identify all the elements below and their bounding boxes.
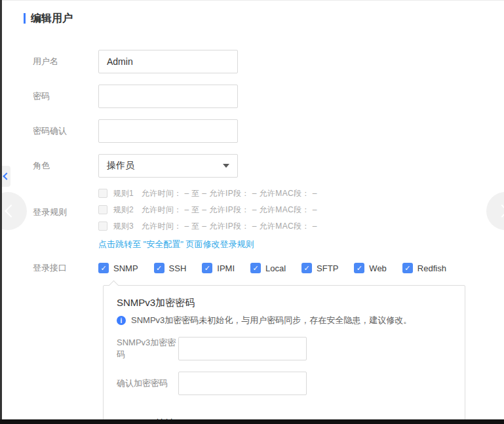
check-icon: ✓ (252, 265, 258, 272)
chevron-right-icon (495, 204, 504, 218)
snmpv3-notice-text: SNMPv3加密密码未初始化，与用户密码同步，存在安全隐患，建议修改。 (131, 315, 412, 326)
checkbox-checked-icon: ✓ (354, 263, 364, 273)
login-rules-list: 规则1 允许时间： – 至 – 允许IP段： – 允许MAC段： – 规则2 允… (98, 189, 317, 250)
role-label: 角色 (33, 160, 98, 172)
rule3-detail: 允许时间： – 至 – 允许IP段： – 允许MAC段： – (142, 222, 317, 231)
form-row-snmpv3-password: SNMPv3加密密码 (117, 337, 452, 360)
bottom-window-edge (0, 419, 504, 424)
login-rule-row-1: 规则1 允许时间： – 至 – 允许IP段： – 允许MAC段： – (98, 189, 317, 198)
info-icon: i (117, 316, 126, 325)
form-row-login-interfaces: 登录接口 ✓ SNMP ✓ SSH ✓ IPMI ✓ Local (33, 262, 504, 274)
snmpv3-password-confirm-label: 确认加密密码 (117, 377, 178, 389)
snmpv3-notice: i SNMPv3加密密码未初始化，与用户密码同步，存在安全隐患，建议修改。 (117, 315, 452, 326)
collapsed-sidebar-edge (0, 0, 2, 424)
page-header: 编辑用户 (24, 11, 504, 26)
rule1-detail: 允许时间： – 至 – 允许IP段： – 允许MAC段： – (142, 189, 317, 198)
interface-checkbox-local[interactable]: ✓ Local (250, 263, 286, 273)
username-input[interactable] (98, 50, 238, 73)
interface-checkbox-redfish[interactable]: ✓ Redfish (402, 263, 446, 273)
interface-label: SFTP (317, 263, 338, 273)
role-select[interactable]: 操作员 (98, 154, 238, 178)
sidebar-collapse-button[interactable] (2, 166, 10, 187)
form-row-login-rules: 登录规则 规则1 允许时间： – 至 – 允许IP段： – 允许MAC段： – … (33, 189, 504, 250)
check-icon: ✓ (156, 265, 162, 272)
interface-label: Redfish (417, 263, 446, 273)
interface-label: IPMI (217, 263, 235, 273)
interface-label: SSH (169, 263, 187, 273)
snmpv3-password-panel: SNMPv3加密密码 i SNMPv3加密密码未初始化，与用户密码同步，存在安全… (103, 285, 465, 424)
caret-down-icon (223, 164, 229, 168)
check-icon: ✓ (204, 265, 210, 272)
rule2-detail: 允许时间： – 至 – 允许IP段： – 允许MAC段： – (142, 205, 317, 214)
snmpv3-password-input[interactable] (178, 337, 307, 360)
login-interfaces-list: ✓ SNMP ✓ SSH ✓ IPMI ✓ Local ✓ SFTP (98, 263, 446, 273)
check-icon: ✓ (100, 265, 106, 272)
interface-checkbox-sftp[interactable]: ✓ SFTP (301, 263, 338, 273)
checkbox-checked-icon: ✓ (402, 263, 413, 273)
rule1-name: 规则1 (113, 189, 134, 198)
rule2-checkbox-unchecked[interactable] (98, 205, 107, 214)
title-accent-bar (24, 13, 26, 24)
interface-checkbox-snmp[interactable]: ✓ SNMP (98, 263, 138, 273)
checkbox-checked-icon: ✓ (154, 263, 165, 273)
checkbox-checked-icon: ✓ (250, 263, 261, 273)
interface-checkbox-ipmi[interactable]: ✓ IPMI (202, 263, 235, 273)
main-content: 编辑用户 用户名 密码 密码确认 角色 操作员 登录规则 (0, 0, 504, 424)
rule1-checkbox-unchecked[interactable] (98, 189, 107, 198)
role-select-value: 操作员 (107, 160, 134, 172)
snmpv3-password-confirm-input[interactable] (178, 372, 307, 395)
edit-user-screen: 编辑用户 用户名 密码 密码确认 角色 操作员 登录规则 (0, 0, 504, 424)
interface-checkbox-ssh[interactable]: ✓ SSH (154, 263, 187, 273)
form-row-password-confirm: 密码确认 (33, 119, 504, 143)
rule2-name: 规则2 (113, 205, 134, 214)
panel-pointer-arrow (109, 280, 119, 291)
form-row-password: 密码 (33, 85, 504, 108)
password-confirm-label: 密码确认 (33, 125, 98, 137)
login-rule-row-3: 规则3 允许时间： – 至 – 允许IP段： – 允许MAC段： – (98, 222, 317, 231)
login-rules-label: 登录规则 (33, 206, 98, 218)
form-row-snmpv3-password-confirm: 确认加密密码 (117, 372, 452, 395)
password-confirm-input[interactable] (98, 119, 238, 143)
check-icon: ✓ (304, 265, 310, 272)
top-border (0, 0, 504, 1)
rule3-checkbox-unchecked[interactable] (98, 222, 107, 231)
snmpv3-panel-title: SNMPv3加密密码 (117, 296, 452, 309)
chevron-left-icon (5, 204, 18, 218)
login-interfaces-label: 登录接口 (33, 262, 98, 274)
interface-label: SNMP (113, 263, 138, 273)
password-label: 密码 (33, 90, 98, 102)
check-icon: ✓ (357, 265, 362, 272)
interface-checkbox-web[interactable]: ✓ Web (354, 263, 387, 273)
snmpv3-password-label: SNMPv3加密密码 (117, 337, 178, 360)
interface-label: Local (265, 263, 286, 273)
form-row-username: 用户名 (33, 50, 504, 73)
checkbox-checked-icon: ✓ (98, 263, 109, 273)
rule3-name: 规则3 (113, 222, 134, 231)
login-rule-row-2: 规则2 允许时间： – 至 – 允许IP段： – 允许MAC段： – (98, 205, 317, 214)
username-label: 用户名 (33, 56, 98, 67)
chevron-left-icon (3, 172, 10, 180)
interface-label: Web (369, 263, 387, 273)
checkbox-checked-icon: ✓ (301, 263, 312, 273)
page-title: 编辑用户 (31, 11, 73, 26)
password-input[interactable] (98, 85, 238, 108)
security-config-link[interactable]: 点击跳转至 "安全配置" 页面修改登录规则 (98, 239, 254, 250)
checkbox-checked-icon: ✓ (202, 263, 212, 273)
form-row-role: 角色 操作员 (33, 154, 504, 178)
check-icon: ✓ (404, 265, 410, 272)
